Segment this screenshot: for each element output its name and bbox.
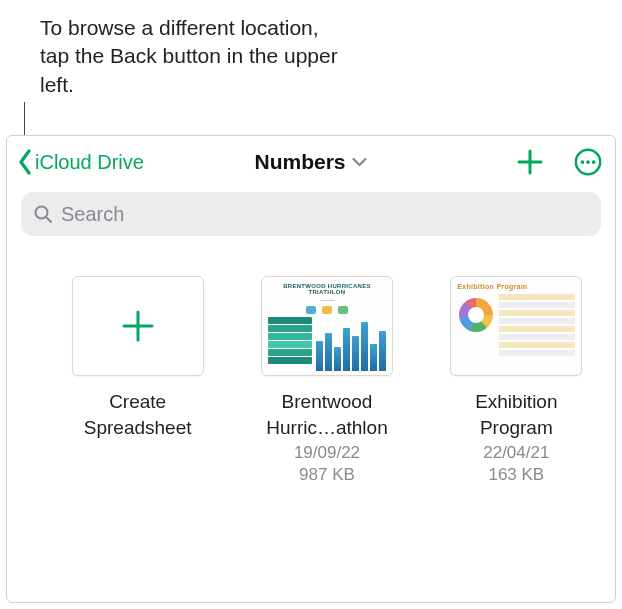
item-title: Program	[480, 416, 553, 440]
folder-title-label: Numbers	[254, 150, 345, 174]
file-item[interactable]: Exhibition Program	[442, 276, 591, 486]
chevron-left-icon	[17, 149, 33, 175]
file-grid: Create Spreadsheet BRENTWOOD HURRICANES …	[7, 248, 615, 496]
item-date: 22/04/21	[483, 442, 549, 464]
callout-text: To browse a different location, tap the …	[40, 14, 340, 99]
file-thumbnail[interactable]: BRENTWOOD HURRICANES TRIATHLON ———	[261, 276, 393, 376]
search-field[interactable]	[21, 192, 601, 236]
nav-bar: iCloud Drive Numbers	[7, 136, 615, 188]
item-title: Brentwood	[282, 390, 373, 414]
thumbnail-chart-icon: BRENTWOOD HURRICANES TRIATHLON ———	[262, 277, 392, 375]
search-input[interactable]	[61, 203, 589, 226]
nav-actions	[513, 145, 605, 179]
thumbnail-chart-icon: Exhibition Program	[451, 277, 581, 375]
item-title: Hurric…athlon	[266, 416, 387, 440]
search-icon	[33, 204, 53, 224]
file-browser-window: iCloud Drive Numbers	[6, 135, 616, 603]
more-button[interactable]	[571, 145, 605, 179]
chevron-down-icon	[352, 157, 368, 167]
svg-point-1	[581, 160, 585, 164]
folder-title-dropdown[interactable]: Numbers	[254, 150, 367, 174]
plus-icon	[516, 148, 544, 176]
file-item[interactable]: BRENTWOOD HURRICANES TRIATHLON ———	[252, 276, 401, 486]
add-button[interactable]	[513, 145, 547, 179]
item-title: Exhibition	[475, 390, 557, 414]
search-bar-container	[7, 188, 615, 248]
create-spreadsheet-tile[interactable]	[72, 276, 204, 376]
plus-icon	[118, 306, 158, 346]
svg-point-3	[592, 160, 596, 164]
item-title: Create	[109, 390, 166, 414]
svg-line-5	[46, 217, 51, 222]
file-thumbnail[interactable]: Exhibition Program	[450, 276, 582, 376]
item-title: Spreadsheet	[84, 416, 192, 440]
back-button-label: iCloud Drive	[35, 151, 144, 174]
back-button[interactable]: iCloud Drive	[17, 149, 144, 175]
svg-point-2	[586, 160, 590, 164]
item-date: 19/09/22	[294, 442, 360, 464]
item-size: 163 KB	[488, 464, 544, 486]
more-icon	[573, 147, 603, 177]
create-spreadsheet-item[interactable]: Create Spreadsheet	[63, 276, 212, 486]
item-size: 987 KB	[299, 464, 355, 486]
